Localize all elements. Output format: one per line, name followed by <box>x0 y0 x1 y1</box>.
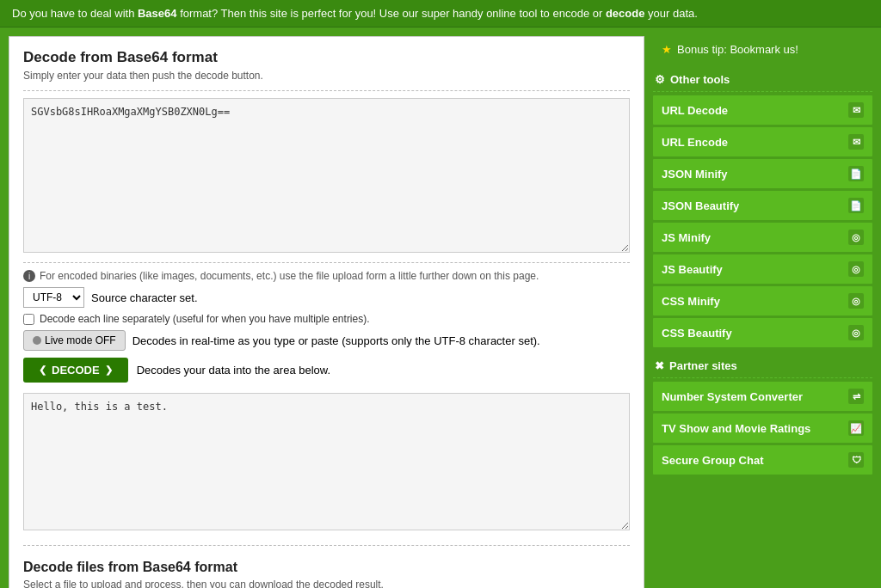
decode-btn-row: ❮ DECODE ❯ Decodes your data into the ar… <box>23 358 630 383</box>
divider-3 <box>23 545 630 546</box>
toggle-dot <box>33 336 41 345</box>
base64-input[interactable]: SGVsbG8sIHRoaXMgaXMgYSB0ZXN0Lg== <box>23 98 630 253</box>
partner-sites-title: ✖ Partner sites <box>653 352 872 378</box>
banner-text: Do you have to deal with Base64 format? … <box>12 7 698 20</box>
partners-list: Number System Converter ⇌ TV Show and Mo… <box>653 382 872 475</box>
url-encode-icon: ✉ <box>848 134 864 150</box>
layout: Decode from Base64 format Simply enter y… <box>0 28 881 588</box>
live-mode-label: Live mode OFF <box>45 334 116 346</box>
decode-button-label: DECODE <box>52 364 100 377</box>
css-beautify-icon: ◎ <box>848 325 864 340</box>
url-decode-icon: ✉ <box>848 102 864 118</box>
checkbox-label: Decode each line separately (useful for … <box>40 313 370 325</box>
js-beautify-icon: ◎ <box>848 261 864 277</box>
arrow-left-icon: ❮ <box>39 364 46 376</box>
bonus-tip: ★ Bonus tip: Bookmark us! <box>653 36 872 63</box>
tool-label-js-minify: JS Minify <box>662 231 711 244</box>
tool-item-json-beautify[interactable]: JSON Beautify 📄 <box>653 191 872 220</box>
page-subtitle: Simply enter your data then push the dec… <box>23 70 630 82</box>
bonus-text: Bonus tip: Bookmark us! <box>677 43 798 56</box>
info-text: For encoded binaries (like images, docum… <box>40 270 539 282</box>
charset-label: Source character set. <box>91 291 198 304</box>
files-subtitle: Select a file to upload and process, the… <box>23 579 630 588</box>
info-icon: i <box>23 270 35 282</box>
tool-label-json-minify: JSON Minify <box>662 168 728 181</box>
tool-item-url-encode[interactable]: URL Encode ✉ <box>653 127 872 156</box>
tv-ratings-icon: 📈 <box>848 420 864 436</box>
gear-icon: ⚙ <box>655 73 665 86</box>
decode-button[interactable]: ❮ DECODE ❯ <box>23 358 128 383</box>
secure-chat-icon: 🛡 <box>848 452 864 468</box>
js-minify-icon: ◎ <box>848 230 864 245</box>
partner-label-secure-chat: Secure Group Chat <box>662 454 763 467</box>
sidebar: ★ Bonus tip: Bookmark us! ⚙ Other tools … <box>653 36 872 477</box>
tool-label-css-minify: CSS Minify <box>662 295 720 308</box>
divider-2 <box>23 262 630 263</box>
partner-label-tv-ratings: TV Show and Movie Ratings <box>662 422 810 435</box>
live-mode-button[interactable]: Live mode OFF <box>23 330 126 351</box>
charset-row: UTF-8 Latin-1 ASCII Source character set… <box>23 287 630 308</box>
files-title: Decode files from Base64 format <box>23 560 630 575</box>
main-content: Decode from Base64 format Simply enter y… <box>9 36 644 588</box>
decode-desc: Decodes your data into the area below. <box>137 364 330 377</box>
page-title: Decode from Base64 format <box>23 49 630 66</box>
partner-label-number-converter: Number System Converter <box>662 390 803 403</box>
tool-label-js-beautify: JS Beautify <box>662 263 723 276</box>
number-converter-icon: ⇌ <box>848 389 864 404</box>
tool-label-json-beautify: JSON Beautify <box>662 199 739 212</box>
tool-label-url-encode: URL Encode <box>662 136 728 149</box>
arrow-right-icon: ❯ <box>105 364 113 376</box>
tool-item-css-minify[interactable]: CSS Minify ◎ <box>653 286 872 315</box>
json-minify-icon: 📄 <box>848 166 864 181</box>
tool-label-url-decode: URL Decode <box>662 104 728 117</box>
crosslinks-icon: ✖ <box>655 359 664 372</box>
separate-lines-checkbox[interactable] <box>23 314 34 325</box>
tool-item-js-minify[interactable]: JS Minify ◎ <box>653 223 872 252</box>
star-icon: ★ <box>662 43 672 56</box>
tool-item-json-minify[interactable]: JSON Minify 📄 <box>653 159 872 188</box>
info-line: i For encoded binaries (like images, doc… <box>23 270 630 282</box>
partner-item-secure-chat[interactable]: Secure Group Chat 🛡 <box>653 445 872 475</box>
tool-item-js-beautify[interactable]: JS Beautify ◎ <box>653 254 872 284</box>
live-mode-row: Live mode OFF Decodes in real-time as yo… <box>23 330 630 351</box>
partner-item-number-converter[interactable]: Number System Converter ⇌ <box>653 382 872 411</box>
divider-1 <box>23 90 630 91</box>
top-banner: Do you have to deal with Base64 format? … <box>0 0 881 28</box>
checkbox-row: Decode each line separately (useful for … <box>23 313 630 325</box>
charset-select[interactable]: UTF-8 Latin-1 ASCII <box>23 287 84 308</box>
tool-item-css-beautify[interactable]: CSS Beautify ◎ <box>653 318 872 347</box>
json-beautify-icon: 📄 <box>848 198 864 213</box>
partner-item-tv-ratings[interactable]: TV Show and Movie Ratings 📈 <box>653 413 872 443</box>
live-mode-desc: Decodes in real-time as you type or past… <box>132 334 540 347</box>
tool-label-css-beautify: CSS Beautify <box>662 327 732 340</box>
output-area[interactable]: Hello, this is a test. <box>23 393 630 530</box>
other-tools-title: ⚙ Other tools <box>653 70 872 92</box>
tools-list: URL Decode ✉ URL Encode ✉ JSON Minify 📄 … <box>653 95 872 347</box>
tool-item-url-decode[interactable]: URL Decode ✉ <box>653 95 872 125</box>
css-minify-icon: ◎ <box>848 293 864 309</box>
